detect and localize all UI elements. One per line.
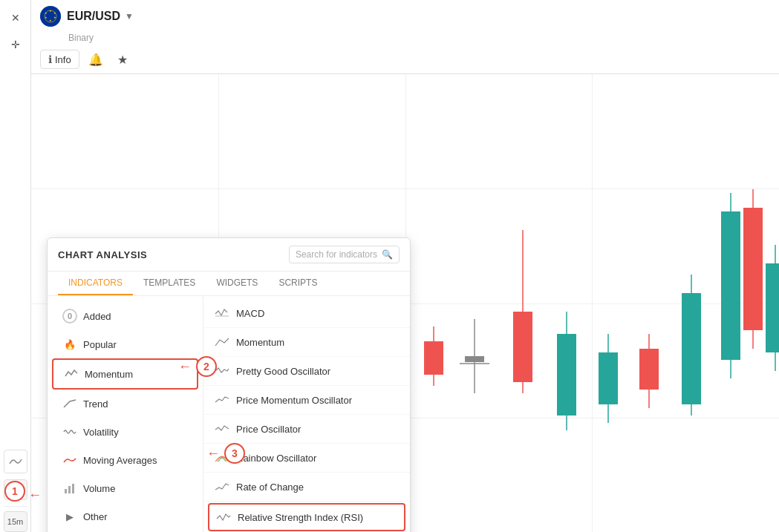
crosshair-button[interactable]: ✛ bbox=[4, 33, 27, 56]
moving-averages-icon bbox=[62, 453, 77, 467]
indicator-po[interactable]: Price Oscillator bbox=[203, 415, 410, 444]
pmo-label: Price Momentum Oscillator bbox=[236, 395, 352, 406]
panel-title: CHART ANALYSIS bbox=[58, 249, 147, 260]
indicator-momentum[interactable]: Momentum bbox=[203, 328, 410, 357]
svg-text:★: ★ bbox=[53, 16, 56, 19]
bell-icon: 🔔 bbox=[88, 53, 103, 67]
category-momentum-label: Momentum bbox=[85, 369, 133, 380]
annotation-2: ← 2 bbox=[178, 356, 217, 377]
panel-body: 0 Added 🔥 Popular Momentum Trend bbox=[48, 296, 410, 532]
svg-rect-9 bbox=[424, 341, 443, 375]
category-trend[interactable]: Trend bbox=[52, 390, 198, 418]
momentum-label: Momentum bbox=[236, 337, 284, 348]
svg-rect-28 bbox=[766, 263, 779, 352]
po-label: Price Oscillator bbox=[236, 424, 301, 435]
tab-indicators[interactable]: INDICATORS bbox=[58, 272, 133, 295]
indicators-list: MACD Momentum Pretty Good Oscillator bbox=[203, 296, 410, 532]
pgo-label: Pretty Good Oscillator bbox=[236, 366, 330, 377]
svg-text:★: ★ bbox=[49, 9, 52, 13]
currency-type: Binary bbox=[40, 33, 94, 43]
category-volatility-label: Volatility bbox=[83, 427, 119, 438]
top-bar: ★ ★ ★ ★ ★ ★ EUR/USD ▼ Binary ℹ Info 🔔 ★ bbox=[31, 0, 779, 74]
annotation-2-circle: 2 bbox=[196, 356, 217, 377]
tab-scripts[interactable]: SCRIPTS bbox=[268, 272, 327, 295]
categories-list: 0 Added 🔥 Popular Momentum Trend bbox=[48, 296, 203, 532]
roc-icon bbox=[214, 479, 230, 495]
indicator-pgo[interactable]: Pretty Good Oscillator bbox=[203, 357, 410, 386]
pmo-icon bbox=[214, 392, 230, 408]
svg-rect-14 bbox=[513, 312, 532, 382]
indicators-button[interactable] bbox=[4, 450, 27, 473]
indicator-rsi[interactable]: Relative Strength Index (RSI) bbox=[208, 503, 405, 531]
svg-rect-24 bbox=[721, 211, 740, 360]
svg-rect-11 bbox=[465, 356, 484, 362]
svg-rect-22 bbox=[682, 293, 701, 404]
annotation-1-circle: 1 bbox=[4, 481, 25, 502]
search-box[interactable]: Search for indicators 🔍 bbox=[289, 246, 400, 263]
momentum-icon bbox=[64, 367, 79, 381]
macd-label: MACD bbox=[236, 308, 264, 319]
info-label: Info bbox=[55, 54, 71, 65]
category-moving-averages-label: Moving Averages bbox=[83, 455, 157, 466]
svg-rect-20 bbox=[639, 349, 659, 390]
category-popular-label: Popular bbox=[83, 339, 117, 350]
info-icon: ℹ bbox=[48, 53, 52, 65]
action-row: ℹ Info 🔔 ★ bbox=[31, 46, 779, 73]
category-volatility[interactable]: Volatility bbox=[52, 418, 198, 446]
momentum-ind-icon bbox=[214, 334, 230, 350]
15m-button[interactable]: 15m bbox=[4, 511, 27, 532]
favorite-button[interactable]: ★ bbox=[112, 49, 133, 70]
star-icon: ★ bbox=[117, 53, 128, 67]
category-moving-averages[interactable]: Moving Averages bbox=[52, 446, 198, 474]
rsi-icon bbox=[215, 509, 232, 525]
indicator-pmo[interactable]: Price Momentum Oscillator bbox=[203, 386, 410, 415]
svg-rect-16 bbox=[557, 334, 576, 416]
svg-rect-30 bbox=[68, 486, 71, 493]
annotation-3-circle: 3 bbox=[224, 443, 245, 464]
tab-templates[interactable]: TEMPLATES bbox=[133, 272, 206, 295]
panel-tabs: INDICATORS TEMPLATES WIDGETS SCRIPTS bbox=[48, 272, 410, 296]
svg-text:★: ★ bbox=[53, 11, 56, 15]
macd-icon bbox=[214, 305, 230, 321]
indicator-macd[interactable]: MACD bbox=[203, 299, 410, 328]
currency-flag: ★ ★ ★ ★ ★ ★ bbox=[40, 6, 61, 27]
svg-rect-26 bbox=[743, 208, 763, 330]
category-added-label: Added bbox=[83, 311, 111, 322]
candlestick-chart bbox=[385, 74, 779, 532]
search-icon: 🔍 bbox=[382, 249, 393, 260]
svg-text:★: ★ bbox=[45, 11, 48, 15]
volume-icon bbox=[62, 481, 77, 496]
currency-dropdown-arrow: ▼ bbox=[125, 11, 134, 22]
info-button[interactable]: ℹ Info bbox=[40, 50, 79, 69]
category-momentum[interactable]: Momentum bbox=[52, 358, 198, 390]
notification-button[interactable]: 🔔 bbox=[85, 49, 106, 70]
category-trend-label: Trend bbox=[83, 398, 108, 410]
svg-rect-31 bbox=[72, 484, 74, 493]
category-other-label: Other bbox=[83, 511, 108, 522]
left-toolbar: ✕ ✛ 1m 15m bbox=[0, 0, 31, 532]
category-volume[interactable]: Volume bbox=[52, 474, 198, 502]
svg-rect-29 bbox=[65, 489, 67, 493]
svg-text:★: ★ bbox=[45, 16, 48, 19]
annotation-3-arrow: ← bbox=[206, 446, 220, 462]
annotation-1: 1 bbox=[4, 481, 25, 502]
rsi-label: Relative Strength Index (RSI) bbox=[238, 512, 363, 523]
search-placeholder: Search for indicators bbox=[296, 249, 377, 260]
popular-icon: 🔥 bbox=[62, 337, 77, 352]
svg-text:★: ★ bbox=[49, 19, 52, 22]
annotation-1-arrow: ← bbox=[28, 487, 42, 503]
tab-widgets[interactable]: WIDGETS bbox=[206, 272, 268, 295]
annotation-3: ← 3 bbox=[206, 443, 245, 464]
category-popular[interactable]: 🔥 Popular bbox=[52, 330, 198, 358]
currency-pair[interactable]: EUR/USD ▼ bbox=[67, 10, 134, 23]
indicator-roc[interactable]: Rate of Change bbox=[203, 473, 410, 502]
added-icon: 0 bbox=[62, 309, 77, 324]
chart-analysis-panel: CHART ANALYSIS Search for indicators 🔍 I… bbox=[47, 237, 411, 532]
category-added[interactable]: 0 Added bbox=[52, 302, 198, 330]
po-icon bbox=[214, 421, 230, 437]
panel-header: CHART ANALYSIS Search for indicators 🔍 bbox=[48, 238, 410, 272]
close-button[interactable]: ✕ bbox=[4, 6, 27, 30]
category-other[interactable]: ▶ Other bbox=[52, 502, 198, 531]
svg-rect-18 bbox=[599, 352, 618, 404]
other-icon: ▶ bbox=[62, 509, 77, 524]
